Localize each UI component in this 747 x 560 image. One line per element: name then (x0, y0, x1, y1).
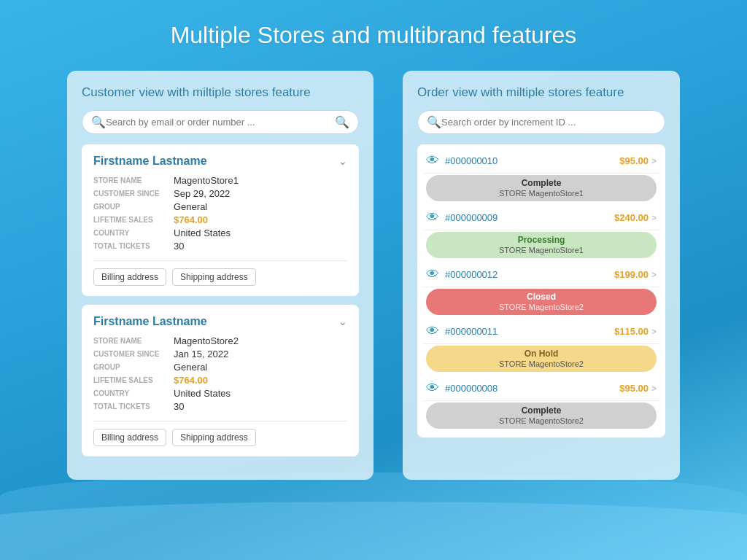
customer-card-2: Firstname Lastname ⌄ STORE NAME MagentoS… (82, 305, 359, 456)
page-title: Multiple Stores and multibrand features (0, 0, 747, 63)
order-amount-3: $115.00 (614, 326, 649, 337)
store-label-3: STORE MagentoStore2 (499, 359, 584, 368)
order-row-2: 👁 #000000012 $199.00 > (423, 262, 659, 287)
customer-fields-2: STORE NAME MagentoStore2 CUSTOMER SINCE … (93, 335, 347, 412)
status-bar-2: Closed STORE MagentoStore2 (426, 289, 657, 315)
total-tickets-label-2: TOTAL TICKETS (93, 401, 174, 412)
status-bar-1: Processing STORE MagentoStore1 (426, 232, 657, 258)
card-divider-1 (93, 260, 347, 261)
order-row-1: 👁 #000000009 $240.00 > (423, 206, 659, 230)
eye-icon-0[interactable]: 👁 (426, 153, 439, 168)
customer-since-value-2: Jan 15, 2022 (174, 349, 347, 359)
lifetime-sales-label-2: LIFETIME SALES (93, 375, 174, 386)
customer-header-1: Firstname Lastname ⌄ (93, 155, 347, 168)
order-row-0: 👁 #000000010 $95.00 > (423, 149, 659, 174)
country-label-2: COUNTRY (93, 388, 174, 399)
billing-address-btn-1[interactable]: Billing address (93, 268, 166, 286)
order-search-box: 🔍 (417, 110, 665, 134)
order-chevron-2[interactable]: > (651, 270, 657, 280)
store-label-1: STORE MagentoStore1 (499, 246, 584, 254)
total-tickets-value-2: 30 (174, 401, 347, 412)
store-label-2: STORE MagentoStore2 (499, 303, 584, 311)
shipping-address-btn-1[interactable]: Shipping address (172, 268, 256, 286)
customer-since-value-1: Sep 29, 2022 (174, 188, 347, 199)
store-name-value-1: MagentoStore1 (174, 175, 347, 186)
store-name-label-1: STORE NAME (93, 175, 174, 186)
lifetime-sales-value-1: $764.00 (174, 214, 347, 225)
wave-decoration-2 (0, 502, 747, 560)
customer-card-1: Firstname Lastname ⌄ STORE NAME MagentoS… (82, 144, 359, 296)
store-name-4: MagentoStore2 (529, 416, 584, 425)
status-bar-3: On Hold STORE MagentoStore2 (426, 346, 657, 372)
country-value-2: United States (174, 388, 347, 399)
eye-icon-1[interactable]: 👁 (426, 210, 439, 225)
order-amount-2: $199.00 (614, 269, 649, 280)
group-label-1: GROUP (93, 201, 174, 212)
country-value-1: United States (174, 228, 347, 238)
status-label-3: On Hold (525, 349, 559, 359)
store-name-2: MagentoStore2 (529, 303, 584, 311)
status-bar-4: Complete STORE MagentoStore2 (426, 402, 657, 429)
group-value-1: General (174, 201, 347, 212)
chevron-down-icon-1[interactable]: ⌄ (338, 155, 347, 167)
store-name-label-2: STORE NAME (93, 335, 174, 346)
order-amount-4: $95.00 (619, 383, 649, 394)
order-number-3: #000000011 (445, 326, 614, 337)
customer-panel: Customer view with miltiple stores featu… (67, 71, 374, 480)
order-search-input[interactable] (441, 117, 656, 128)
group-label-2: GROUP (93, 362, 174, 373)
address-buttons-2: Billing address Shipping address (93, 429, 347, 446)
order-search-icon: 🔍 (427, 115, 441, 129)
store-name-0: MagentoStore1 (529, 189, 584, 198)
status-label-1: Processing (518, 235, 565, 245)
shipping-address-btn-2[interactable]: Shipping address (172, 429, 256, 446)
eye-icon-3[interactable]: 👁 (426, 324, 439, 339)
store-name-1: MagentoStore1 (529, 246, 584, 254)
order-number-4: #000000008 (445, 383, 619, 394)
eye-icon-2[interactable]: 👁 (426, 267, 439, 282)
panels-container: Customer view with miltiple stores featu… (0, 63, 747, 487)
status-label-2: Closed (527, 292, 556, 302)
order-number-0: #000000010 (445, 155, 619, 166)
country-label-1: COUNTRY (93, 228, 174, 238)
lifetime-sales-label-1: LIFETIME SALES (93, 214, 174, 225)
order-panel-title: Order view with miltiple stores feature (417, 85, 665, 100)
customer-fields-1: STORE NAME MagentoStore1 CUSTOMER SINCE … (93, 175, 347, 252)
customer-panel-title: Customer view with miltiple stores featu… (82, 85, 359, 100)
order-chevron-4[interactable]: > (651, 384, 657, 394)
card-divider-2 (93, 421, 347, 421)
store-name-value-2: MagentoStore2 (174, 335, 347, 346)
order-amount-0: $95.00 (619, 155, 649, 166)
eye-icon-4[interactable]: 👁 (426, 381, 439, 396)
customer-search-box: 🔍 🔍 (82, 110, 359, 134)
customer-since-label-2: CUSTOMER SINCE (93, 349, 174, 359)
status-label-4: Complete (522, 405, 562, 416)
customer-search-submit-icon[interactable]: 🔍 (335, 115, 349, 129)
total-tickets-value-1: 30 (174, 241, 347, 252)
customer-search-input[interactable] (106, 117, 335, 128)
order-row-4: 👁 #000000008 $95.00 > (423, 376, 659, 401)
order-list: 👁 #000000010 $95.00 > Complete STORE Mag… (417, 144, 665, 438)
group-value-2: General (174, 362, 347, 373)
customer-name-1: Firstname Lastname (93, 155, 207, 168)
order-number-2: #000000012 (445, 269, 614, 280)
address-buttons-1: Billing address Shipping address (93, 268, 347, 286)
order-row-3: 👁 #000000011 $115.00 > (423, 319, 659, 344)
order-chevron-1[interactable]: > (651, 213, 657, 223)
lifetime-sales-value-2: $764.00 (174, 375, 347, 386)
order-chevron-3[interactable]: > (651, 327, 657, 337)
store-name-3: MagentoStore2 (529, 359, 584, 368)
customer-since-label-1: CUSTOMER SINCE (93, 188, 174, 199)
store-label-4: STORE MagentoStore2 (499, 416, 584, 425)
customer-search-icon: 🔍 (91, 115, 106, 129)
customer-name-2: Firstname Lastname (93, 315, 207, 328)
total-tickets-label-1: TOTAL TICKETS (93, 241, 174, 252)
chevron-down-icon-2[interactable]: ⌄ (338, 316, 347, 327)
status-label-0: Complete (522, 178, 562, 188)
billing-address-btn-2[interactable]: Billing address (93, 429, 166, 446)
order-chevron-0[interactable]: > (651, 156, 657, 166)
order-amount-1: $240.00 (614, 212, 649, 223)
customer-header-2: Firstname Lastname ⌄ (93, 315, 347, 328)
order-number-1: #000000009 (445, 212, 614, 223)
status-bar-0: Complete STORE MagentoStore1 (426, 175, 657, 201)
